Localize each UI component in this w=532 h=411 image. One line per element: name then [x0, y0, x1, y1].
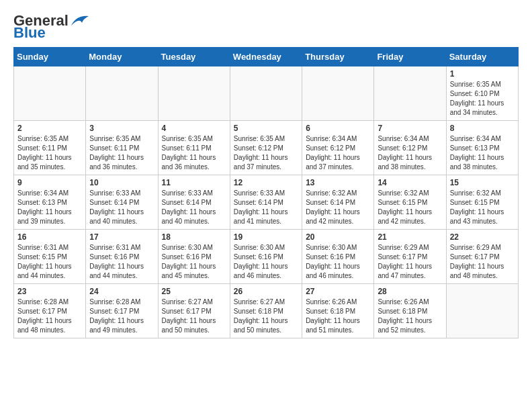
day-number: 14	[378, 178, 442, 187]
day-number: 23	[17, 287, 82, 296]
logo-bird-icon	[70, 13, 91, 28]
calendar-cell: 14Sunrise: 6:32 AM Sunset: 6:15 PM Dayli…	[374, 175, 446, 230]
day-number: 12	[234, 178, 298, 187]
calendar-cell: 10Sunrise: 6:33 AM Sunset: 6:14 PM Dayli…	[86, 175, 158, 230]
day-info: Sunrise: 6:29 AM Sunset: 6:17 PM Dayligh…	[450, 243, 515, 281]
day-number: 27	[306, 287, 370, 296]
day-header-sunday: Sunday	[14, 48, 86, 66]
day-info: Sunrise: 6:30 AM Sunset: 6:16 PM Dayligh…	[234, 243, 298, 281]
calendar-cell: 17Sunrise: 6:31 AM Sunset: 6:16 PM Dayli…	[86, 230, 158, 284]
day-info: Sunrise: 6:32 AM Sunset: 6:15 PM Dayligh…	[378, 189, 442, 226]
day-info: Sunrise: 6:29 AM Sunset: 6:17 PM Dayligh…	[378, 243, 442, 281]
day-number: 6	[306, 124, 370, 133]
logo-blue-text: Blue	[13, 26, 46, 40]
day-info: Sunrise: 6:31 AM Sunset: 6:16 PM Dayligh…	[89, 243, 154, 281]
calendar-cell: 2Sunrise: 6:35 AM Sunset: 6:11 PM Daylig…	[14, 121, 86, 175]
calendar-cell: 16Sunrise: 6:31 AM Sunset: 6:15 PM Dayli…	[14, 230, 86, 284]
day-info: Sunrise: 6:35 AM Sunset: 6:11 PM Dayligh…	[17, 134, 82, 172]
logo: General Blue	[13, 13, 91, 40]
calendar-cell: 26Sunrise: 6:27 AM Sunset: 6:18 PM Dayli…	[230, 284, 302, 338]
calendar-cell: 28Sunrise: 6:26 AM Sunset: 6:18 PM Dayli…	[374, 284, 446, 338]
calendar-cell: 9Sunrise: 6:34 AM Sunset: 6:13 PM Daylig…	[14, 175, 86, 230]
calendar-cell: 23Sunrise: 6:28 AM Sunset: 6:17 PM Dayli…	[14, 284, 86, 338]
day-info: Sunrise: 6:32 AM Sunset: 6:14 PM Dayligh…	[306, 189, 370, 226]
day-header-friday: Friday	[374, 48, 446, 66]
day-info: Sunrise: 6:31 AM Sunset: 6:15 PM Dayligh…	[17, 243, 82, 281]
calendar-table: SundayMondayTuesdayWednesdayThursdayFrid…	[13, 47, 519, 338]
day-info: Sunrise: 6:34 AM Sunset: 6:12 PM Dayligh…	[306, 134, 370, 172]
calendar-cell	[446, 284, 518, 338]
calendar-cell: 15Sunrise: 6:32 AM Sunset: 6:15 PM Dayli…	[446, 175, 518, 230]
day-number: 2	[17, 124, 82, 133]
day-info: Sunrise: 6:35 AM Sunset: 6:11 PM Dayligh…	[89, 134, 154, 172]
day-number: 20	[306, 232, 370, 242]
calendar-week-row: 2Sunrise: 6:35 AM Sunset: 6:11 PM Daylig…	[14, 121, 519, 175]
calendar-cell: 18Sunrise: 6:30 AM Sunset: 6:16 PM Dayli…	[158, 230, 230, 284]
calendar-cell: 19Sunrise: 6:30 AM Sunset: 6:16 PM Dayli…	[230, 230, 302, 284]
day-number: 7	[378, 124, 442, 133]
day-info: Sunrise: 6:28 AM Sunset: 6:17 PM Dayligh…	[17, 298, 82, 335]
day-number: 15	[450, 178, 515, 187]
calendar-cell: 25Sunrise: 6:27 AM Sunset: 6:17 PM Dayli…	[158, 284, 230, 338]
day-header-wednesday: Wednesday	[230, 48, 302, 66]
calendar-week-row: 16Sunrise: 6:31 AM Sunset: 6:15 PM Dayli…	[14, 230, 519, 284]
day-info: Sunrise: 6:30 AM Sunset: 6:16 PM Dayligh…	[162, 243, 226, 281]
calendar-cell: 4Sunrise: 6:35 AM Sunset: 6:11 PM Daylig…	[158, 121, 230, 175]
day-number: 3	[89, 124, 154, 133]
page-header: General Blue	[13, 13, 519, 40]
calendar-cell	[302, 66, 374, 121]
day-info: Sunrise: 6:33 AM Sunset: 6:14 PM Dayligh…	[89, 189, 154, 226]
day-header-saturday: Saturday	[446, 48, 518, 66]
day-header-thursday: Thursday	[302, 48, 374, 66]
calendar-cell	[374, 66, 446, 121]
calendar-cell: 3Sunrise: 6:35 AM Sunset: 6:11 PM Daylig…	[86, 121, 158, 175]
calendar-cell: 1Sunrise: 6:35 AM Sunset: 6:10 PM Daylig…	[446, 66, 518, 121]
calendar-cell: 12Sunrise: 6:33 AM Sunset: 6:14 PM Dayli…	[230, 175, 302, 230]
calendar-cell: 6Sunrise: 6:34 AM Sunset: 6:12 PM Daylig…	[302, 121, 374, 175]
day-number: 9	[17, 178, 82, 187]
day-info: Sunrise: 6:35 AM Sunset: 6:10 PM Dayligh…	[450, 80, 515, 118]
day-info: Sunrise: 6:28 AM Sunset: 6:17 PM Dayligh…	[89, 298, 154, 335]
day-info: Sunrise: 6:33 AM Sunset: 6:14 PM Dayligh…	[234, 189, 298, 226]
day-header-monday: Monday	[86, 48, 158, 66]
day-info: Sunrise: 6:35 AM Sunset: 6:11 PM Dayligh…	[162, 134, 226, 172]
calendar-cell: 27Sunrise: 6:26 AM Sunset: 6:18 PM Dayli…	[302, 284, 374, 338]
day-number: 19	[234, 232, 298, 242]
calendar-cell: 11Sunrise: 6:33 AM Sunset: 6:14 PM Dayli…	[158, 175, 230, 230]
day-number: 13	[306, 178, 370, 187]
day-info: Sunrise: 6:34 AM Sunset: 6:13 PM Dayligh…	[17, 189, 82, 226]
calendar-cell: 5Sunrise: 6:35 AM Sunset: 6:12 PM Daylig…	[230, 121, 302, 175]
calendar-week-row: 9Sunrise: 6:34 AM Sunset: 6:13 PM Daylig…	[14, 175, 519, 230]
calendar-cell	[158, 66, 230, 121]
day-number: 22	[450, 232, 515, 242]
day-info: Sunrise: 6:27 AM Sunset: 6:17 PM Dayligh…	[162, 298, 226, 335]
day-header-tuesday: Tuesday	[158, 48, 230, 66]
calendar-week-row: 1Sunrise: 6:35 AM Sunset: 6:10 PM Daylig…	[14, 66, 519, 121]
day-info: Sunrise: 6:27 AM Sunset: 6:18 PM Dayligh…	[234, 298, 298, 335]
day-number: 4	[162, 124, 226, 133]
day-info: Sunrise: 6:33 AM Sunset: 6:14 PM Dayligh…	[162, 189, 226, 226]
calendar-week-row: 23Sunrise: 6:28 AM Sunset: 6:17 PM Dayli…	[14, 284, 519, 338]
day-info: Sunrise: 6:26 AM Sunset: 6:18 PM Dayligh…	[378, 298, 442, 335]
calendar-cell	[230, 66, 302, 121]
day-number: 5	[234, 124, 298, 133]
day-number: 1	[450, 69, 515, 79]
day-number: 10	[89, 178, 154, 187]
day-number: 26	[234, 287, 298, 296]
day-info: Sunrise: 6:26 AM Sunset: 6:18 PM Dayligh…	[306, 298, 370, 335]
calendar-header-row: SundayMondayTuesdayWednesdayThursdayFrid…	[14, 48, 519, 66]
calendar-cell: 8Sunrise: 6:34 AM Sunset: 6:13 PM Daylig…	[446, 121, 518, 175]
day-number: 21	[378, 232, 442, 242]
day-number: 28	[378, 287, 442, 296]
calendar-cell: 22Sunrise: 6:29 AM Sunset: 6:17 PM Dayli…	[446, 230, 518, 284]
calendar-cell	[14, 66, 86, 121]
day-info: Sunrise: 6:35 AM Sunset: 6:12 PM Dayligh…	[234, 134, 298, 172]
day-info: Sunrise: 6:32 AM Sunset: 6:15 PM Dayligh…	[450, 189, 515, 226]
day-info: Sunrise: 6:34 AM Sunset: 6:12 PM Dayligh…	[378, 134, 442, 172]
calendar-cell: 20Sunrise: 6:30 AM Sunset: 6:16 PM Dayli…	[302, 230, 374, 284]
day-number: 17	[89, 232, 154, 242]
calendar-cell: 24Sunrise: 6:28 AM Sunset: 6:17 PM Dayli…	[86, 284, 158, 338]
day-number: 24	[89, 287, 154, 296]
calendar-cell: 13Sunrise: 6:32 AM Sunset: 6:14 PM Dayli…	[302, 175, 374, 230]
day-number: 18	[162, 232, 226, 242]
